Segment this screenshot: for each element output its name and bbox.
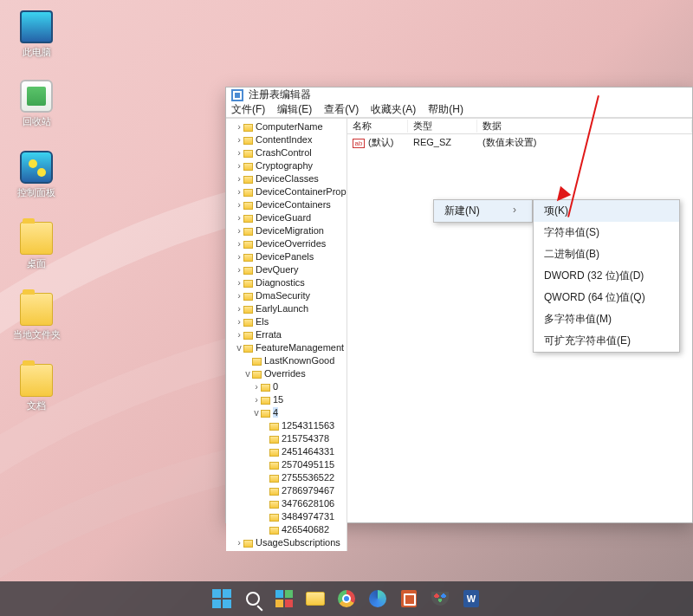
desktop-icon-control-panel[interactable]: 控制面板 (10, 151, 62, 199)
desktop-icon-recycle-bin[interactable]: 回收站 (10, 80, 62, 128)
taskview-icon (275, 590, 293, 607)
list-row[interactable]: ab(默认) REG_SZ (数值未设置) (347, 134, 692, 150)
chrome-icon (338, 590, 355, 607)
window-title: 注册表编辑器 (249, 88, 311, 102)
tree-item[interactable]: ›Diagnostics (235, 276, 346, 289)
tree-item[interactable]: 3476628106 (261, 497, 346, 510)
tree-item[interactable]: ›DeviceMigration (235, 224, 346, 237)
context-item-key[interactable]: 项(K) (534, 200, 679, 222)
menu-help[interactable]: 帮助(H) (428, 102, 463, 117)
desktop-icon-folder[interactable]: 桌面 (10, 222, 62, 270)
tree-item[interactable]: ›Errata (235, 328, 346, 341)
tree-item[interactable]: v412543115632157543782451464331257049511… (252, 406, 346, 536)
tree-item[interactable]: ›DevicePanels (235, 250, 346, 263)
tree-item-feature-management[interactable]: vFeatureManagement LastKnownGood vOverri… (235, 341, 346, 536)
tree-item[interactable]: ›0 (252, 380, 346, 393)
context-item-new[interactable]: 新建(N)› (434, 200, 532, 222)
tree-item[interactable]: ›DeviceContainerPropertyUpda (235, 185, 346, 198)
taskbar-chrome[interactable] (335, 587, 358, 610)
tree-item[interactable]: ›DmaSecurity (235, 289, 346, 302)
desktop-icon-folder[interactable]: 当地文件夹 (10, 293, 62, 341)
menu-favorites[interactable]: 收藏夹(A) (371, 102, 416, 117)
col-data[interactable]: 数据 (477, 120, 692, 133)
context-item-binary[interactable]: 二进制值(B) (534, 243, 679, 265)
tree-item[interactable]: ›ContentIndex (235, 133, 346, 146)
context-item-string[interactable]: 字符串值(S) (534, 222, 679, 243)
desktop-icon-folder[interactable]: 文档 (10, 364, 62, 412)
taskbar-edge[interactable] (366, 587, 389, 610)
menu-file[interactable]: 文件(F) (231, 102, 265, 117)
folder-icon (243, 540, 253, 548)
tree-item[interactable]: 2786979467 (261, 484, 346, 497)
tree-item[interactable]: ›15 (252, 393, 346, 406)
tree-item[interactable]: 215754378 (261, 432, 346, 445)
context-menu: 新建(N)› (433, 199, 533, 223)
context-item-multi[interactable]: 多字符串值(M) (534, 308, 679, 330)
tree-item-overrides[interactable]: vOverrides ›0›15v41254311563215754378245… (243, 367, 346, 536)
word-icon: W (463, 590, 479, 607)
windows-logo-icon (212, 589, 231, 608)
search-icon (246, 592, 260, 606)
tree-item[interactable]: ›DeviceContainers (235, 198, 346, 211)
col-name[interactable]: 名称 (347, 120, 408, 133)
expand-toggle[interactable]: v (243, 367, 252, 380)
tree-item[interactable]: ›UsageSubscriptions (235, 536, 346, 549)
registry-tree[interactable]: ›ComputerName›ContentIndex›CrashControl›… (226, 119, 347, 551)
tree-item[interactable]: 3484974731 (261, 510, 346, 523)
string-value-icon: ab (353, 139, 365, 148)
folder-icon (306, 592, 325, 606)
tree-item[interactable]: 1254311563 (261, 419, 346, 432)
tree-item[interactable]: 2570495115 (261, 458, 346, 471)
menu-view[interactable]: 查看(V) (324, 102, 359, 117)
tree-item[interactable]: ›Els (235, 315, 346, 328)
start-button[interactable] (210, 587, 233, 610)
taskbar-word[interactable]: W (460, 587, 483, 610)
desktop-icon-label: 桌面 (10, 257, 62, 270)
taskbar-explorer[interactable] (304, 587, 327, 610)
tree-item[interactable]: LastKnownGood (243, 354, 346, 367)
col-type[interactable]: 类型 (408, 120, 477, 133)
control-panel-icon (20, 151, 53, 184)
tree-item[interactable]: ›EarlyLaunch (235, 302, 346, 315)
desktop-icon-label: 此电脑 (10, 46, 62, 59)
titlebar[interactable]: 注册表编辑器 (226, 88, 692, 102)
tree-item[interactable]: ›CrashControl (235, 146, 346, 159)
taskbar-office[interactable] (398, 587, 420, 610)
pc-icon (20, 10, 53, 43)
tree-item[interactable]: ›Cryptography (235, 159, 346, 172)
context-item-expand[interactable]: 可扩充字符串值(E) (534, 330, 679, 352)
taskbar-paint[interactable] (429, 587, 451, 610)
context-item-qword[interactable]: QWORD (64 位)值(Q) (534, 287, 679, 308)
list-header: 名称 类型 数据 (347, 119, 692, 134)
taskbar-taskview[interactable] (273, 587, 295, 610)
menu-edit[interactable]: 编辑(E) (277, 102, 312, 117)
folder-icon (20, 222, 53, 255)
context-item-dword[interactable]: DWORD (32 位)值(D) (534, 265, 679, 287)
taskbar: W (0, 581, 693, 616)
tree-item[interactable]: ›DeviceClasses (235, 172, 346, 185)
tree-item[interactable]: 2451464331 (261, 445, 346, 458)
folder-icon (252, 358, 262, 366)
taskbar-search[interactable] (242, 587, 264, 610)
desktop-icon-label: 回收站 (10, 115, 62, 128)
folder-icon (252, 371, 262, 379)
tree-item[interactable]: ›DevQuery (235, 263, 346, 276)
tree-item[interactable]: ›ComputerName (235, 120, 346, 133)
context-submenu-new: 项(K) 字符串值(S) 二进制值(B) DWORD (32 位)值(D) QW… (533, 199, 680, 353)
office-icon (401, 590, 417, 607)
folder-icon (20, 364, 53, 397)
tree-item[interactable]: ›DeviceOverrides (235, 237, 346, 250)
paint-icon (431, 592, 449, 606)
recycle-bin-icon (20, 80, 53, 113)
expand-toggle[interactable]: v (235, 341, 243, 354)
tree-item[interactable]: 2755536522 (261, 471, 346, 484)
folder-icon (20, 293, 53, 326)
desktop-icon-label: 控制面板 (10, 186, 62, 199)
desktop-icon-label: 当地文件夹 (10, 328, 62, 341)
tree-item[interactable]: ›DeviceGuard (235, 211, 346, 224)
desktop-icon-pc[interactable]: 此电脑 (10, 10, 62, 59)
regedit-icon (231, 89, 243, 101)
menubar: 文件(F) 编辑(E) 查看(V) 收藏夹(A) 帮助(H) (226, 102, 692, 118)
folder-icon (243, 345, 253, 353)
tree-item[interactable]: 426540682 (261, 523, 346, 536)
